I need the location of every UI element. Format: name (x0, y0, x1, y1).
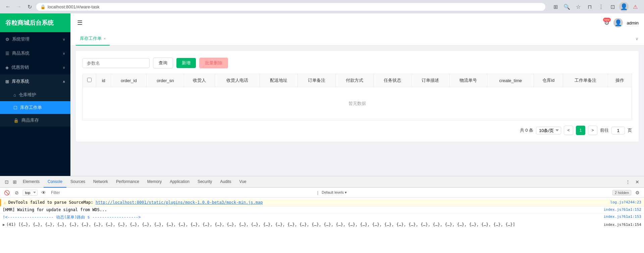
warning-text-prefix: DevTools failed to parse SourceMap: (8, 200, 96, 205)
extensions-icon[interactable]: ⊡ (608, 2, 617, 11)
devtools-close-icon[interactable]: ✕ (633, 178, 641, 186)
data-table: id order_id order_sn 收货人 收货人电话 配送地址 订单备注… (83, 74, 632, 120)
hmr-line-ref[interactable]: index.js?61a1:152 (603, 207, 641, 212)
devtools-panel: ⊡ ⊞ Elements Console Sources Network Per… (0, 176, 644, 253)
filter-input[interactable] (50, 190, 314, 196)
empty-text: 暂无数据 (83, 87, 632, 120)
page-1-button[interactable]: 1 (576, 126, 585, 135)
settings-icon[interactable]: ⚙ (633, 189, 641, 197)
devtools-tab-bar: ⊡ ⊞ Elements Console Sources Network Per… (0, 176, 644, 188)
warning-icon: ⚠ (4, 200, 6, 205)
chrome-actions: ⊞ 🔍 ☆ ⊓ ⋮ ⊡ 👤 ⚠ (551, 2, 640, 11)
console-objects-line: ▶ (41) [{…}, {…}, {…}, {…}, {…}, {…}, {…… (0, 221, 644, 228)
warning-line-ref[interactable]: log.js?4244:23 (610, 200, 641, 204)
back-button[interactable]: ← (4, 3, 12, 11)
sidebar-logo: 谷粒商城后台系统 (0, 13, 70, 32)
sidebar-item-goods-inventory[interactable]: 🔒 商品库存 (0, 114, 70, 127)
sidebar-item-warehouse-maintain[interactable]: ⌂ 仓库维护 (0, 88, 70, 101)
context-select[interactable]: top (23, 190, 38, 196)
search-input[interactable] (83, 58, 150, 68)
devtools-tab-application[interactable]: Application (166, 176, 194, 188)
sidebar-item-warehouse[interactable]: ⊞ 库存系统 ∧ (0, 74, 70, 88)
chevron-down-icon: ∨ (63, 66, 65, 69)
hmr-text: [HMR] Waiting for update signal from WDS… (3, 207, 107, 212)
devtools-tab-memory[interactable]: Memory (143, 176, 166, 188)
app-layout: 谷粒商城后台系统 ⚙ 系统管理 ∨ ☰ 商品系统 ∨ ◈ 优惠营销 ∨ (0, 13, 644, 176)
devtools-tab-console[interactable]: Console (44, 176, 66, 188)
devtools-inspect-icon[interactable]: ⊡ (3, 178, 11, 186)
total-count: 共 0 条 (520, 127, 533, 133)
admin-avatar[interactable]: 👤 (613, 18, 623, 27)
col-order-note: 订单备注 (298, 74, 336, 87)
tab-warehouse-task[interactable]: 库存工作单 × (76, 32, 110, 46)
home-icon: ⌂ (13, 92, 16, 98)
col-payment: 付款方式 (336, 74, 374, 87)
cast-icon[interactable]: ⊓ (585, 2, 594, 11)
search-icon[interactable]: 🔍 (562, 2, 572, 11)
devtools-tab-elements[interactable]: Elements (19, 176, 44, 188)
sourcemap-link[interactable]: http://localhost:8001/static/plugins/moc… (96, 200, 263, 205)
devtools-tab-performance[interactable]: Performance (112, 176, 143, 188)
browser-chrome: ← → ↻ 🔒 localhost:8001/#/ware-task ⊞ 🔍 ☆… (0, 0, 644, 13)
console-warning-line: ⚠ DevTools failed to parse SourceMap: ht… (0, 199, 644, 206)
expand-arrow[interactable]: ▶ (3, 223, 5, 227)
devtools-tab-sources[interactable]: Sources (66, 176, 89, 188)
objects-line-ref[interactable]: index.js?61a1:154 (603, 223, 641, 227)
file-icon: ☐ (13, 105, 17, 110)
sidebar-item-warehouse-task[interactable]: ☐ 库存工作单 (0, 101, 70, 114)
devtools-tab-network[interactable]: Network (89, 176, 112, 188)
clear-console-icon[interactable]: 🚫 (3, 189, 11, 197)
warning-icon[interactable]: ⚠ (631, 2, 640, 11)
devtools-tab-audits[interactable]: Audits (216, 176, 235, 188)
hidden-count-badge: 2 hidden (612, 190, 631, 195)
col-receiver: 收货人 (184, 74, 215, 87)
per-page-select[interactable]: 10条/页 20条/页 50条/页 (536, 127, 561, 134)
route-line-ref[interactable]: index.js?61a1:153 (603, 214, 641, 219)
col-create-time: create_time (487, 74, 534, 87)
sidebar-item-promo[interactable]: ◈ 优惠营销 ∨ (0, 60, 70, 74)
eye-icon[interactable]: 👁 (40, 189, 48, 197)
batch-delete-button[interactable]: 批量删除 (199, 58, 228, 68)
devtools-device-icon[interactable]: ⊞ (11, 178, 19, 186)
content-wrapper: ☰ ⚙ new 👤 admin 库存工作单 × ∨ (70, 13, 644, 176)
chevron-down-icon: ∨ (63, 52, 65, 55)
new-badge: new (603, 18, 611, 22)
bookmark-icon[interactable]: ☆ (574, 2, 583, 11)
default-levels-label[interactable]: Default levels ▾ (322, 190, 347, 195)
devtools-more-icon[interactable]: ⋮ (624, 178, 632, 186)
col-order-sn: order_sn (147, 74, 184, 87)
select-all-checkbox[interactable] (87, 78, 92, 82)
pagination: 共 0 条 10条/页 20条/页 50条/页 < 1 > 前往 页 (83, 126, 632, 135)
toolbar: 查询 新增 批量删除 (83, 58, 632, 68)
select-all-header[interactable] (83, 74, 96, 87)
empty-row: 暂无数据 (83, 87, 632, 120)
sidebar-item-goods[interactable]: ☰ 商品系统 ∨ (0, 46, 70, 60)
tab-close-button[interactable]: × (104, 37, 106, 41)
goods-icon: ☰ (5, 51, 9, 56)
devtools-tab-vue[interactable]: Vue (235, 176, 251, 188)
menu-icon[interactable]: ⋮ (596, 2, 606, 11)
admin-name: admin (627, 20, 639, 25)
prev-page-button[interactable]: < (564, 126, 573, 135)
tab-collapse-icon[interactable]: ∨ (635, 36, 639, 41)
gear-icon: ⚙ (5, 37, 9, 42)
menu-toggle-button[interactable]: ☰ (76, 19, 84, 27)
query-button[interactable]: 查询 (153, 58, 173, 68)
top-bar: ☰ ⚙ new 👤 admin (70, 13, 644, 32)
refresh-button[interactable]: ↻ (25, 3, 34, 11)
no-icon[interactable]: ⊘ (13, 189, 21, 197)
address-bar[interactable]: 🔒 localhost:8001/#/ware-task (36, 3, 545, 11)
add-button[interactable]: 新增 (176, 58, 196, 68)
sidebar-item-system[interactable]: ⚙ 系统管理 ∨ (0, 32, 70, 46)
forward-button[interactable]: → (15, 3, 23, 11)
translate-icon[interactable]: ⊞ (551, 2, 560, 11)
warehouse-icon: ⊞ (5, 79, 9, 84)
devtools-tab-security[interactable]: Security (194, 176, 216, 188)
page-goto-input[interactable] (611, 127, 625, 134)
col-task-status: 任务状态 (374, 74, 412, 87)
promo-icon: ◈ (5, 65, 9, 70)
col-order-id: order_id (111, 74, 147, 87)
user-avatar[interactable]: 👤 (619, 2, 629, 11)
main-content: 查询 新增 批量删除 id order_id order_sn 收货人 收货人电… (70, 46, 644, 176)
next-page-button[interactable]: > (588, 126, 597, 135)
